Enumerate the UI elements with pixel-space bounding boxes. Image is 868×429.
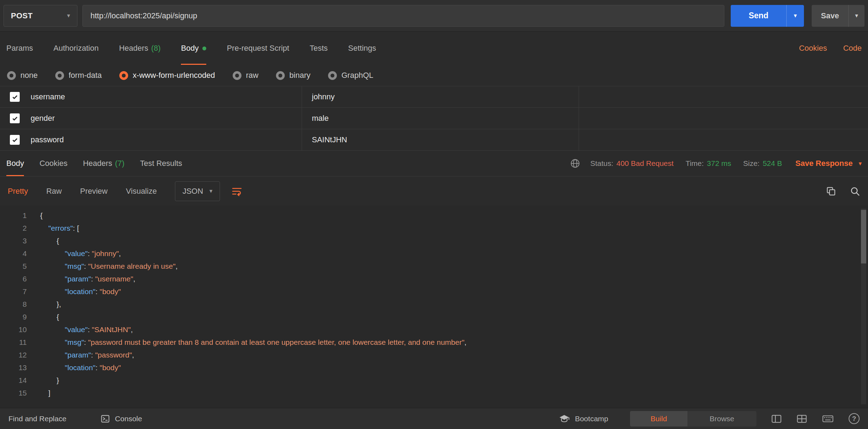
tab-label: Headers — [119, 44, 148, 53]
body-type-form-data[interactable]: form-data — [55, 71, 102, 80]
code-text: ] — [40, 387, 50, 399]
radio-label: binary — [289, 71, 310, 80]
send-button[interactable]: Send — [731, 5, 786, 27]
scrollbar[interactable] — [861, 209, 866, 404]
view-mode-pretty[interactable]: Pretty — [8, 187, 28, 196]
param-key[interactable]: password — [31, 135, 64, 144]
request-bar: POST ▾ Send ▾ Save ▾ — [0, 0, 868, 32]
tab-body[interactable]: Body — [181, 32, 206, 65]
code-text: "location": "body" — [40, 361, 121, 374]
code-text: "param": "username", — [40, 273, 135, 285]
tab-label: Pre-request Script — [227, 44, 289, 53]
wrap-lines-button[interactable] — [231, 186, 243, 197]
code-text: "location": "body" — [40, 285, 121, 298]
cookies-link[interactable]: Cookies — [799, 44, 827, 53]
param-description-cell[interactable] — [579, 129, 868, 150]
param-key-cell: password — [0, 129, 302, 150]
tab-params[interactable]: Params — [6, 32, 33, 65]
body-type-x-www-form-urlencoded[interactable]: x-www-form-urlencoded — [119, 71, 215, 80]
two-pane-view-button[interactable] — [771, 414, 782, 423]
size-label: Size: — [743, 159, 760, 168]
param-key[interactable]: username — [31, 92, 65, 101]
size-indicator: Size: 524 B — [743, 159, 782, 168]
build-tab[interactable]: Build — [630, 411, 687, 427]
response-tab-cookies[interactable]: Cookies — [39, 151, 67, 176]
view-mode-visualize[interactable]: Visualize — [126, 187, 157, 196]
status-bar: Find and Replace Console Bootcamp Build … — [0, 408, 868, 429]
param-checkbox-checked[interactable] — [10, 135, 20, 145]
line-number: 9 — [0, 311, 27, 323]
code-line: 5 "msg": "Username already in use", — [0, 260, 868, 273]
code-text: "param": "password", — [40, 349, 134, 361]
view-mode-preview[interactable]: Preview — [80, 187, 107, 196]
code-line: 14 } — [0, 374, 868, 387]
code-text: }, — [40, 298, 61, 311]
body-modified-dot-icon — [202, 46, 206, 50]
search-button[interactable] — [850, 186, 860, 197]
scrollbar-thumb[interactable] — [861, 210, 866, 263]
tab-label: Headers — [83, 159, 112, 168]
tab-authorization[interactable]: Authorization — [54, 32, 99, 65]
tab-label: Authorization — [54, 44, 99, 53]
bootcamp-button[interactable]: Bootcamp — [559, 413, 608, 424]
response-header: Body Cookies Headers(7) Test Results Sta… — [0, 151, 868, 176]
code-link[interactable]: Code — [843, 44, 862, 53]
copy-icon — [826, 186, 836, 197]
radio-icon — [276, 71, 285, 80]
footer-right: Bootcamp Build Browse ? — [559, 411, 860, 427]
language-select[interactable]: JSON ▾ — [175, 181, 220, 201]
help-button[interactable]: ? — [849, 413, 860, 424]
param-checkbox-checked[interactable] — [10, 113, 20, 123]
method-select[interactable]: POST ▾ — [4, 5, 77, 27]
globe-icon[interactable] — [570, 158, 580, 169]
body-type-binary[interactable]: binary — [276, 71, 310, 80]
time-indicator: Time: 372 ms — [686, 159, 731, 168]
find-and-replace-button[interactable]: Find and Replace — [8, 415, 67, 423]
param-checkbox-checked[interactable] — [10, 92, 20, 102]
radio-icon — [7, 71, 16, 80]
send-options-button[interactable]: ▾ — [786, 5, 804, 27]
console-button[interactable]: Console — [100, 414, 142, 424]
response-toolbar: Pretty Raw Preview Visualize JSON ▾ — [0, 176, 868, 206]
param-value-cell[interactable]: SAINtJHN — [302, 129, 579, 150]
save-options-button[interactable]: ▾ — [848, 5, 864, 27]
save-button[interactable]: Save — [812, 5, 848, 27]
tab-headers[interactable]: Headers(8) — [119, 32, 161, 65]
browse-tab[interactable]: Browse — [687, 411, 756, 427]
param-row: gender male — [0, 108, 868, 129]
response-tab-test-results[interactable]: Test Results — [140, 151, 182, 176]
code-text: "msg": "Username already in use", — [40, 260, 178, 273]
body-type-selector: none form-data x-www-form-urlencoded raw… — [0, 65, 868, 86]
line-number: 4 — [0, 247, 27, 260]
param-value-cell[interactable]: male — [302, 108, 579, 129]
param-key[interactable]: gender — [31, 114, 55, 123]
tab-settings[interactable]: Settings — [348, 32, 376, 65]
body-type-graphql[interactable]: GraphQL — [328, 71, 373, 80]
code-line: 3 { — [0, 235, 868, 247]
url-input[interactable] — [82, 5, 724, 27]
keyboard-shortcuts-button[interactable] — [822, 414, 834, 423]
param-description-cell[interactable] — [579, 86, 868, 107]
save-response-button[interactable]: Save Response ▾ — [795, 159, 862, 168]
send-split-button: Send ▾ — [731, 5, 804, 27]
copy-button[interactable] — [826, 186, 836, 197]
response-tab-body[interactable]: Body — [6, 151, 24, 176]
body-type-raw[interactable]: raw — [233, 71, 258, 80]
param-description-cell[interactable] — [579, 108, 868, 129]
code-line: 1{ — [0, 209, 868, 222]
code-line: 12 "param": "password", — [0, 349, 868, 361]
response-tab-headers[interactable]: Headers(7) — [83, 151, 125, 176]
chevron-down-icon: ▾ — [858, 161, 862, 167]
view-mode-raw[interactable]: Raw — [46, 187, 62, 196]
radio-icon — [55, 71, 64, 80]
param-row: password SAINtJHN — [0, 129, 868, 151]
param-value-cell[interactable]: johnny — [302, 86, 579, 107]
tab-pre-request-script[interactable]: Pre-request Script — [227, 32, 289, 65]
code-line: 2 "errors": [ — [0, 222, 868, 235]
split-pane-view-button[interactable] — [797, 414, 807, 423]
line-number: 13 — [0, 361, 27, 374]
code-line: 11 "msg": "password must be greater than… — [0, 336, 868, 349]
code-line: 13 "location": "body" — [0, 361, 868, 374]
tab-tests[interactable]: Tests — [310, 32, 328, 65]
body-type-none[interactable]: none — [7, 71, 38, 80]
